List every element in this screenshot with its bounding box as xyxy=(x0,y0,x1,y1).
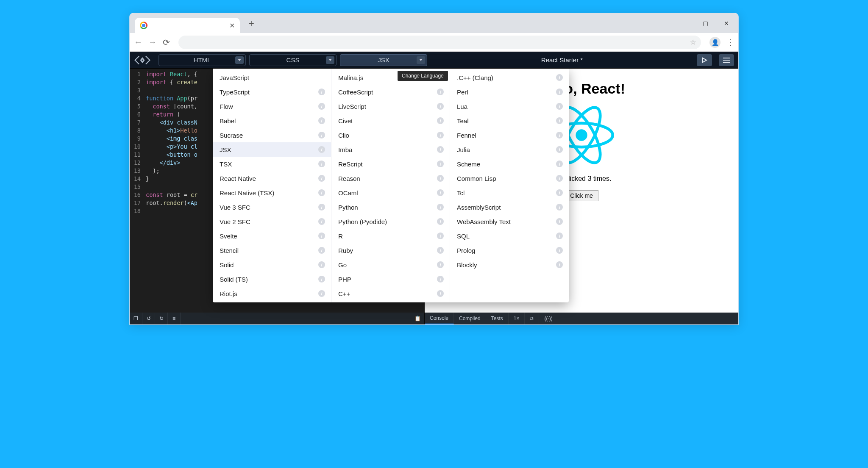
language-option[interactable]: Tcli xyxy=(450,186,569,200)
language-option[interactable]: React Nativei xyxy=(213,171,331,186)
info-icon[interactable]: i xyxy=(437,247,444,254)
status-icon[interactable]: ((·)) xyxy=(539,313,558,324)
language-option[interactable]: Juliai xyxy=(450,142,569,157)
info-icon[interactable]: i xyxy=(318,276,325,282)
editor-tab-css[interactable]: CSS xyxy=(249,54,337,66)
forward-button[interactable]: → xyxy=(148,37,157,47)
language-option[interactable]: C++i xyxy=(331,286,450,301)
info-icon[interactable]: i xyxy=(556,204,563,210)
language-option[interactable]: Schemei xyxy=(450,157,569,171)
info-icon[interactable]: i xyxy=(556,247,563,254)
chevron-down-icon[interactable] xyxy=(417,56,425,64)
info-icon[interactable]: i xyxy=(556,89,563,95)
close-window-button[interactable]: ✕ xyxy=(717,13,736,33)
language-option[interactable]: WebAssembly Texti xyxy=(450,214,569,229)
language-option[interactable]: Vue 2 SFCi xyxy=(213,214,331,229)
chevron-down-icon[interactable] xyxy=(235,56,244,64)
info-icon[interactable]: i xyxy=(318,103,325,110)
browser-tab[interactable]: ✕ xyxy=(135,18,240,33)
info-icon[interactable]: i xyxy=(318,204,325,210)
language-option[interactable]: TSXi xyxy=(213,157,331,171)
language-option[interactable]: PHPi xyxy=(331,272,450,286)
language-option[interactable]: JSXi xyxy=(213,142,331,157)
language-option[interactable]: Sucrasei xyxy=(213,128,331,142)
info-icon[interactable]: i xyxy=(556,175,563,182)
language-option[interactable]: Teali xyxy=(450,114,569,128)
language-option[interactable]: Solid (TS)i xyxy=(213,272,331,286)
info-icon[interactable]: i xyxy=(556,146,563,153)
info-icon[interactable]: i xyxy=(556,261,563,268)
language-option[interactable]: ReScripti xyxy=(331,157,450,171)
chevron-down-icon[interactable] xyxy=(326,56,334,64)
status-tab[interactable]: Console xyxy=(425,313,454,324)
copy-icon[interactable]: ❐ xyxy=(130,313,142,324)
language-option[interactable]: CoffeeScripti xyxy=(331,85,450,99)
editor-tab-jsx[interactable]: JSX xyxy=(340,54,427,66)
info-icon[interactable]: i xyxy=(556,233,563,239)
info-icon[interactable]: i xyxy=(556,103,563,110)
info-icon[interactable]: i xyxy=(556,161,563,167)
click-me-button[interactable]: Click me xyxy=(565,190,598,201)
info-icon[interactable]: i xyxy=(556,218,563,225)
info-icon[interactable]: i xyxy=(556,189,563,196)
info-icon[interactable]: i xyxy=(318,233,325,239)
language-option[interactable]: JavaScript xyxy=(213,70,331,85)
info-icon[interactable]: i xyxy=(556,74,563,81)
language-option[interactable]: Solidi xyxy=(213,258,331,272)
language-option[interactable]: Civeti xyxy=(331,114,450,128)
language-option[interactable]: Flowi xyxy=(213,99,331,114)
language-option[interactable]: Prologi xyxy=(450,243,569,258)
bookmark-icon[interactable]: ☆ xyxy=(690,38,696,46)
language-option[interactable]: Python (Pyodide)i xyxy=(331,214,450,229)
language-option[interactable]: LiveScripti xyxy=(331,99,450,114)
info-icon[interactable]: i xyxy=(318,175,325,182)
address-bar[interactable]: ☆ xyxy=(178,36,701,49)
language-option[interactable]: Reasoni xyxy=(331,171,450,186)
language-option[interactable]: Riot.jsi xyxy=(213,286,331,301)
language-option[interactable]: React Native (TSX)i xyxy=(213,186,331,200)
undo-icon[interactable]: ↺ xyxy=(142,313,155,324)
run-button[interactable] xyxy=(697,54,712,66)
language-option[interactable]: Blocklyi xyxy=(450,258,569,272)
language-option[interactable]: Vue 3 SFCi xyxy=(213,200,331,214)
info-icon[interactable]: i xyxy=(437,146,444,153)
info-icon[interactable]: i xyxy=(437,132,444,138)
new-tab-button[interactable]: ＋ xyxy=(247,17,256,30)
language-option[interactable]: Goi xyxy=(331,258,450,272)
info-icon[interactable]: i xyxy=(437,103,444,110)
language-option[interactable]: Ri xyxy=(331,229,450,243)
editor-tab-html[interactable]: HTML xyxy=(159,54,246,66)
info-icon[interactable]: i xyxy=(437,117,444,124)
info-icon[interactable]: i xyxy=(437,290,444,297)
status-tab[interactable]: 1× xyxy=(509,313,525,324)
code-content[interactable]: import React, { import { create function… xyxy=(146,70,198,215)
format-icon[interactable]: ≡ xyxy=(168,313,181,324)
status-tab[interactable]: Compiled xyxy=(454,313,486,324)
status-tab[interactable]: Tests xyxy=(486,313,509,324)
language-option[interactable]: Pythoni xyxy=(331,200,450,214)
minimize-button[interactable]: — xyxy=(675,13,693,33)
info-icon[interactable]: i xyxy=(437,233,444,239)
info-icon[interactable]: i xyxy=(556,132,563,138)
app-logo[interactable] xyxy=(130,54,155,66)
info-icon[interactable]: i xyxy=(318,218,325,225)
info-icon[interactable]: i xyxy=(437,204,444,210)
info-icon[interactable]: i xyxy=(437,189,444,196)
language-option[interactable]: Imbai xyxy=(331,142,450,157)
language-option[interactable]: Stencili xyxy=(213,243,331,258)
language-option[interactable]: Sveltei xyxy=(213,229,331,243)
info-icon[interactable]: i xyxy=(437,89,444,95)
info-icon[interactable]: i xyxy=(318,189,325,196)
language-option[interactable]: Common Lispi xyxy=(450,171,569,186)
language-option[interactable]: Rubyi xyxy=(331,243,450,258)
info-icon[interactable]: i xyxy=(318,146,325,153)
info-icon[interactable]: i xyxy=(437,261,444,268)
language-option[interactable]: Clioi xyxy=(331,128,450,142)
project-title[interactable]: React Starter * xyxy=(541,56,583,64)
info-icon[interactable]: i xyxy=(437,175,444,182)
language-option[interactable]: Perli xyxy=(450,85,569,99)
language-option[interactable]: Babeli xyxy=(213,114,331,128)
language-option[interactable]: .C++ (Clang)i xyxy=(450,70,569,85)
info-icon[interactable]: i xyxy=(437,161,444,167)
info-icon[interactable]: i xyxy=(318,117,325,124)
